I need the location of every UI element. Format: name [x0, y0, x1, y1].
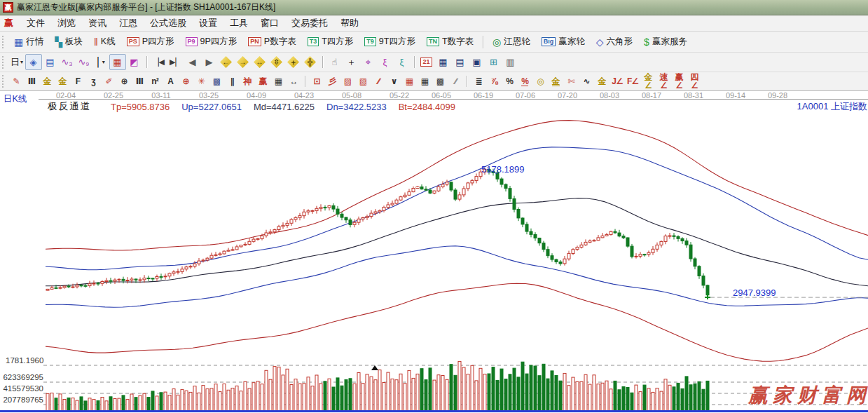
pencil-red-tool[interactable]: ✎ — [8, 74, 24, 89]
p-square-button[interactable]: PS P四方形 — [121, 34, 180, 50]
gold-grid-a-tool[interactable]: 金 — [39, 74, 55, 89]
calculator-button[interactable]: ▦ — [435, 54, 452, 70]
shade-box-b-tool[interactable]: ▧ — [355, 74, 371, 89]
levels-tool[interactable]: ≣ — [471, 74, 486, 89]
wave-3-button[interactable]: ∿₃ — [59, 54, 76, 70]
menu-file[interactable]: 文件 — [20, 15, 51, 31]
dense-grid-tool[interactable]: Ⅲ — [132, 74, 147, 89]
volume-profile-button[interactable]: ◩ — [126, 54, 143, 70]
candle-style-dropdown[interactable]: ⎢ ▾ — [92, 54, 109, 70]
sectors-button[interactable]: ▚ 板块 — [49, 34, 88, 50]
calendar-button[interactable]: 21 — [418, 54, 435, 70]
export-button[interactable]: ⊞ — [485, 54, 502, 70]
four-angle-tool[interactable]: 四∠ — [687, 74, 702, 89]
angle-mirror-tool[interactable]: A — [163, 74, 178, 89]
measure-tool[interactable]: ∥ — [224, 74, 240, 89]
kline-chart-canvas[interactable] — [0, 91, 868, 413]
zoom-out-button[interactable]: ╬ — [302, 54, 319, 70]
indicator-name[interactable]: 极反通道 — [48, 100, 91, 113]
square-web-tool[interactable]: ▩ — [209, 74, 224, 89]
zoom-vertical-button[interactable]: ⇳ — [268, 54, 285, 70]
kline-button[interactable]: ‖ K线 — [88, 34, 121, 50]
zigzag-tool[interactable]: ∨ — [386, 74, 401, 89]
print-button[interactable]: ▥ — [502, 54, 519, 70]
gann-circle-tool[interactable]: ⊕ — [178, 74, 193, 89]
shift-right-button[interactable]: → — [235, 54, 252, 70]
knife-tool[interactable]: ✄ — [563, 74, 579, 89]
drag-hand-button[interactable]: ☝ — [326, 54, 343, 70]
9p-square-button[interactable]: P9 9P四方形 — [180, 34, 243, 50]
grid-red-tool[interactable]: ▦ — [401, 74, 417, 89]
p-table-button[interactable]: PN P数字表 — [242, 34, 301, 50]
symbol-label[interactable]: 1A0001 上证指数 — [797, 100, 867, 113]
pattern-view-button[interactable]: ◈ — [25, 54, 42, 70]
analyze-b-button[interactable]: ξ — [394, 54, 411, 70]
menu-trade[interactable]: 交易委托 — [285, 15, 334, 31]
child-window-icon[interactable]: 赢 — [4, 17, 13, 29]
zoom-in-button[interactable]: ＋ — [285, 54, 302, 70]
thin-fan-tool[interactable]: ∕∕ — [448, 74, 463, 89]
spiral-tool[interactable]: ʒ — [85, 74, 101, 89]
toolbar-grip[interactable] — [2, 56, 5, 69]
hexagon-button[interactable]: ◇ 六角形 — [591, 34, 638, 50]
width-measure-tool[interactable]: ↔ — [286, 74, 301, 89]
time-circle-tool[interactable]: ⊕ — [116, 74, 132, 89]
next-bar-button[interactable]: ▶ — [201, 54, 218, 70]
toolbar-grip[interactable] — [2, 36, 5, 48]
bar-grid-tool[interactable]: Ⅲ — [24, 74, 39, 89]
pencil-mark-tool[interactable]: ✐ — [101, 74, 116, 89]
winner-service-button[interactable]: $ 赢家服务 — [638, 34, 693, 50]
zoom-horizontal-button[interactable]: ↔ — [252, 54, 268, 70]
gold-circle-tool[interactable]: ◎ — [532, 74, 548, 89]
first-page-button[interactable]: ▕◀ — [151, 54, 167, 70]
menu-browse[interactable]: 浏览 — [51, 15, 82, 31]
chart-area[interactable]: 日K线 02-04 02-25 03-11 03-25 04-09 04-23 … — [0, 91, 868, 413]
chart-mode-label[interactable]: 日K线 — [4, 93, 27, 105]
ying-grid-tool[interactable]: 赢 — [255, 74, 270, 89]
percent-line-tool[interactable]: % — [517, 74, 532, 89]
wave-tool[interactable]: ∿ — [579, 74, 594, 89]
web-tool[interactable]: ✳ — [193, 74, 209, 89]
seven-eighths-tool[interactable]: ⅞ — [486, 74, 502, 89]
menu-help[interactable]: 帮助 — [334, 15, 365, 31]
gold-grid-b-tool[interactable]: 金 — [55, 74, 70, 89]
menu-settings[interactable]: 设置 — [193, 15, 223, 31]
gold-line-tool[interactable]: 金 — [548, 74, 563, 89]
prev-bar-button[interactable]: ◀ — [184, 54, 201, 70]
grid-dark-tool[interactable]: ▦ — [417, 74, 432, 89]
info-document-button[interactable]: ▤ — [42, 54, 59, 70]
analyze-a-button[interactable]: ξ — [377, 54, 394, 70]
rect-tool[interactable]: ⊡ — [309, 74, 324, 89]
percent-tool[interactable]: % — [502, 74, 517, 89]
period-dropdown[interactable]: 日 ▾ — [8, 54, 25, 70]
fan-lines-tool[interactable]: 彡 — [324, 74, 340, 89]
9t-square-button[interactable]: T9 9T四方形 — [359, 34, 421, 50]
quotes-button[interactable]: ▦ 行情 — [8, 34, 49, 50]
gann-box-view-button[interactable]: ▦ — [109, 54, 126, 70]
t-square-button[interactable]: T3 T四方形 — [302, 34, 359, 50]
notes-button[interactable]: ▤ — [452, 54, 469, 70]
gold-angle-tool[interactable]: 金 — [594, 74, 609, 89]
shift-left-button[interactable]: ← — [218, 54, 235, 70]
menu-tools[interactable]: 工具 — [223, 15, 254, 31]
gann-wheel-button[interactable]: ◎ 江恩轮 — [487, 34, 536, 50]
toolbar-grip[interactable] — [2, 75, 5, 88]
ruler-123-tool[interactable]: ▦ — [270, 74, 286, 89]
pointer-tool-button[interactable]: ⌖ — [360, 54, 377, 70]
fib-grid-tool[interactable]: F — [70, 74, 85, 89]
shen-grid-tool[interactable]: 神 — [240, 74, 255, 89]
last-page-button[interactable]: ▶▏ — [167, 54, 184, 70]
j-angle-tool[interactable]: J∠ — [609, 74, 625, 89]
menu-news[interactable]: 资讯 — [82, 15, 113, 31]
ying-angle-tool[interactable]: 赢∠ — [671, 74, 687, 89]
crosshair-button[interactable]: ＋ — [343, 54, 360, 70]
n-square-tool[interactable]: n² — [147, 74, 163, 89]
shade-box-a-tool[interactable]: ▨ — [340, 74, 355, 89]
slant-lines-tool[interactable]: ∕∕ — [371, 74, 386, 89]
save-button[interactable]: ▣ — [469, 54, 485, 70]
t-table-button[interactable]: TN T数字表 — [421, 34, 479, 50]
menu-gann[interactable]: 江恩 — [113, 15, 144, 31]
speed-angle-tool[interactable]: 速∠ — [656, 74, 671, 89]
winner-wheel-button[interactable]: Big 赢家轮 — [536, 34, 591, 50]
wave-9-button[interactable]: ∿₉ — [76, 54, 92, 70]
